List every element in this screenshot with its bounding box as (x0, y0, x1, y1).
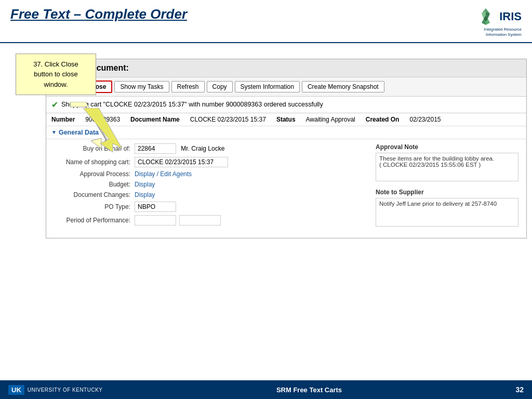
check-icon: ✔ (51, 100, 58, 110)
create-snapshot-button[interactable]: Create Memory Snapshot (302, 81, 384, 92)
doc-changes-label: Document Changes: (51, 191, 135, 198)
university-name: UNIVERSITY OF KENTUCKY (28, 387, 103, 393)
buy-on-behalf-value: Mr. Craig Locke (135, 143, 365, 154)
arrow-svg (81, 108, 127, 152)
status-value: Awaiting Approval (306, 116, 355, 123)
shopping-cart-row: Name of shopping cart: (51, 157, 365, 167)
budget-row: Budget: Display (51, 181, 365, 188)
doc-name-value: CLOCKE 02/23/2015 15:37 (190, 116, 266, 123)
budget-link[interactable]: Display (135, 181, 155, 188)
approval-process-label: Approval Process: (51, 170, 135, 178)
uk-badge: UK (8, 385, 24, 395)
shopping-cart-label: Name of shopping cart: (51, 158, 135, 166)
created-label: Created On (366, 116, 400, 123)
shopping-cart-value (135, 157, 365, 167)
iris-logo-icon (475, 6, 496, 27)
doc-changes-row: Document Changes: Display (51, 191, 365, 198)
budget-value: Display (135, 181, 365, 188)
approval-note-label: Approval Note (376, 143, 521, 151)
footer-logo: UK UNIVERSITY OF KENTUCKY (8, 385, 103, 395)
period-row: Period of Performance: (51, 215, 365, 225)
uk-letters: UK (11, 386, 21, 394)
system-info-button[interactable]: System Information (235, 81, 300, 92)
refresh-button[interactable]: Refresh (171, 81, 205, 92)
svg-marker-9 (83, 108, 122, 152)
form-area: Buy on Behalf of: Mr. Craig Locke Name o… (46, 139, 526, 238)
doc-name-label: Document Name (130, 116, 180, 123)
po-type-label: PO Type: (51, 203, 135, 210)
period-inputs (135, 215, 365, 225)
panel-title: Display Document: (46, 59, 526, 77)
show-tasks-button[interactable]: Show my Tasks (114, 81, 169, 92)
doc-changes-link[interactable]: Display (135, 191, 155, 198)
page-header: Free Text – Complete Order IRIS Integrat… (0, 0, 532, 43)
copy-button[interactable]: Copy (207, 81, 233, 92)
period-from-input[interactable] (135, 215, 176, 225)
footer-page-number: 32 (515, 385, 524, 394)
period-to-input[interactable] (179, 215, 221, 225)
approval-process-row: Approval Process: Display / Edit Agents (51, 170, 365, 178)
footer: UK UNIVERSITY OF KENTUCKY SRM Free Text … (0, 380, 532, 399)
approval-process-link[interactable]: Display / Edit Agents (135, 170, 192, 178)
doc-changes-value: Display (135, 191, 365, 198)
page-title: Free Text – Complete Order (10, 6, 187, 22)
form-left: Buy on Behalf of: Mr. Craig Locke Name o… (46, 143, 370, 234)
main-content: 37. Click Close button to close window. … (0, 43, 532, 396)
created-value: 02/23/2015 (409, 116, 441, 123)
buy-on-behalf-input[interactable] (135, 143, 176, 154)
toolbar: ✏ Edit Close Show my Tasks Refresh Copy … (46, 77, 526, 97)
po-type-value (135, 202, 365, 212)
logo-area: IRIS Integrated ResourceInformation Syst… (475, 6, 522, 38)
note-supplier-textarea[interactable]: Notify Jeff Lane prior to delivery at 25… (376, 198, 518, 227)
po-type-input[interactable] (135, 202, 176, 212)
iris-logo-subtitle: Integrated ResourceInformation System (484, 27, 522, 38)
callout-box: 37. Click Close button to close window. (16, 54, 96, 96)
period-label: Period of Performance: (51, 217, 135, 224)
approval-process-value: Display / Edit Agents (135, 170, 365, 178)
shopping-cart-input[interactable] (135, 157, 228, 167)
iris-logo-text: IRIS (499, 10, 522, 23)
iris-logo: IRIS (475, 6, 522, 27)
po-type-row: PO Type: (51, 202, 365, 212)
callout-text: 37. Click Close button to close window. (33, 60, 78, 88)
approval-note-textarea[interactable]: These items are for the building lobby a… (376, 153, 518, 181)
triangle-icon: ▼ (51, 129, 57, 135)
form-right: Approval Note These items are for the bu… (370, 143, 526, 234)
footer-center-text: SRM Free Text Carts (276, 386, 342, 394)
budget-label: Budget: (51, 181, 135, 188)
status-label: Status (276, 116, 296, 123)
buy-on-behalf-name: Mr. Craig Locke (181, 145, 224, 152)
note-supplier-label: Note to Supplier (376, 189, 521, 196)
